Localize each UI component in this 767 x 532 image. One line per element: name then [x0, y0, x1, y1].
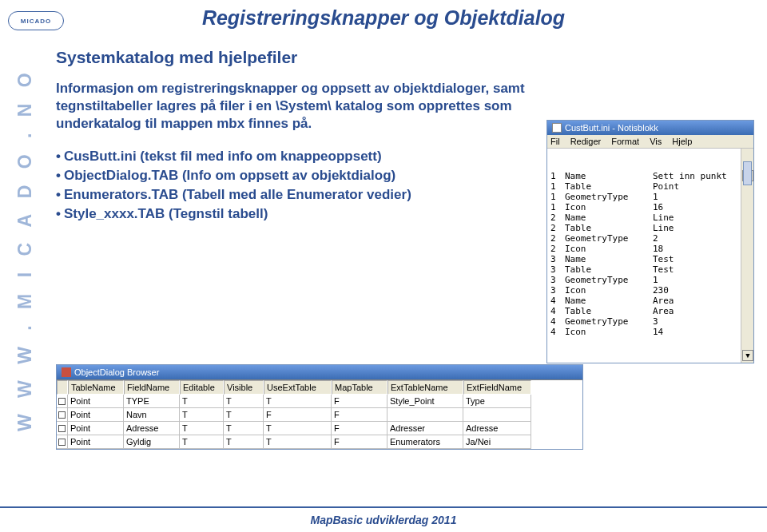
grid-cell[interactable]: T	[180, 435, 224, 449]
notepad-line: 4TableArea	[550, 306, 750, 316]
grid-cell[interactable]: T	[224, 435, 264, 449]
grid-cell[interactable]: T	[180, 422, 224, 435]
grid-corner	[57, 380, 68, 395]
column-header[interactable]: TableName	[68, 380, 124, 395]
grid-cell[interactable]: T	[180, 395, 224, 408]
grid-cell[interactable]: F	[332, 435, 387, 449]
grid-cell[interactable]: Point	[68, 435, 124, 449]
scroll-thumb[interactable]	[743, 161, 752, 185]
checkbox-icon[interactable]	[58, 425, 66, 432]
column-header[interactable]: ExtFieldName	[463, 380, 531, 395]
row-selector[interactable]	[57, 435, 68, 449]
notepad-line: 1GeometryType1	[550, 192, 750, 202]
notepad-window: CustButt.ini - Notisblokk Fil Rediger Fo…	[546, 120, 754, 363]
grid-cell[interactable]: T	[224, 408, 264, 422]
column-header[interactable]: MapTable	[332, 380, 387, 395]
notepad-title-text: CustButt.ini - Notisblokk	[565, 123, 658, 133]
grid-cell[interactable]: Adresse	[124, 422, 180, 435]
grid-cell[interactable]: T	[264, 395, 332, 408]
notepad-line: 2NameLine	[550, 212, 750, 223]
menu-help[interactable]: Hjelp	[672, 137, 692, 146]
column-header[interactable]: FieldName	[124, 380, 180, 395]
column-header[interactable]: UseExtTable	[264, 380, 332, 395]
grid-cell[interactable]: T	[224, 395, 264, 408]
notepad-line: 2TableLine	[550, 223, 750, 233]
grid-cell[interactable]: Point	[68, 422, 124, 435]
checkbox-icon[interactable]	[58, 439, 66, 446]
grid-cell[interactable]: T	[264, 422, 332, 435]
grid-cell[interactable]: Enumerators	[387, 435, 463, 449]
grid-cell[interactable]: F	[332, 408, 387, 422]
notepad-line: 1Icon16	[550, 202, 750, 212]
grid-cell[interactable]: Ja/Nei	[463, 435, 531, 449]
notepad-line: 4GeometryType3	[550, 316, 750, 327]
grid-cell[interactable]: Adresse	[463, 422, 531, 435]
grid-cell[interactable]: F	[332, 422, 387, 435]
menu-view[interactable]: Vis	[650, 137, 662, 146]
side-brand-text: W W W . M I C A D O . N O	[14, 67, 36, 431]
browser-grid: TableNameFieldNameEditableVisibleUseExtT…	[57, 379, 582, 449]
menu-format[interactable]: Format	[611, 137, 639, 146]
grid-cell[interactable]	[463, 408, 531, 422]
grid-cell[interactable]: TYPE	[124, 395, 180, 408]
objectdialog-browser: ObjectDialog Browser TableNameFieldNameE…	[56, 364, 583, 450]
column-header[interactable]: Editable	[180, 380, 224, 395]
footer-text: MapBasic udviklerdag 2011	[311, 514, 457, 526]
notepad-line: 4NameArea	[550, 296, 750, 306]
menu-file[interactable]: Fil	[550, 137, 560, 146]
grid-cell[interactable]: T	[224, 422, 264, 435]
row-selector[interactable]	[57, 408, 68, 422]
grid-cell[interactable]: T	[264, 435, 332, 449]
notepad-menu: Fil Rediger Format Vis Hjelp	[547, 135, 753, 149]
notepad-line: 3NameTest	[550, 254, 750, 264]
footer-bar: MapBasic udviklerdag 2011	[0, 506, 767, 532]
checkbox-icon[interactable]	[58, 398, 66, 405]
column-header[interactable]: ExtTableName	[387, 380, 463, 395]
grid-cell[interactable]	[387, 408, 463, 422]
browser-title-text: ObjectDialog Browser	[74, 367, 159, 377]
notepad-line: 3GeometryType1	[550, 275, 750, 285]
column-header[interactable]: Visible	[224, 380, 264, 395]
subtitle: Systemkatalog med hjelpefiler	[56, 48, 751, 67]
grid-cell[interactable]: Adresser	[387, 422, 463, 435]
scrollbar[interactable]: ▲ ▼	[741, 149, 753, 363]
grid-cell[interactable]: Navn	[124, 408, 180, 422]
notepad-line: 3TableTest	[550, 264, 750, 275]
grid-cell[interactable]: Point	[68, 395, 124, 408]
notepad-line: 2Icon18	[550, 244, 750, 254]
grid-cell[interactable]: Type	[463, 395, 531, 408]
checkbox-icon[interactable]	[58, 411, 66, 419]
grid-cell[interactable]: T	[180, 408, 224, 422]
browser-icon	[62, 367, 71, 377]
row-selector[interactable]	[57, 422, 68, 435]
grid-cell[interactable]: Point	[68, 408, 124, 422]
notepad-line: 2GeometryType2	[550, 233, 750, 244]
notepad-line: 1NameSett inn punkt	[550, 171, 750, 181]
scroll-down-icon[interactable]: ▼	[742, 350, 753, 361]
notepad-icon	[552, 123, 562, 133]
grid-cell[interactable]: F	[264, 408, 332, 422]
notepad-line: 1TablePoint	[550, 181, 750, 192]
notepad-line: 3Icon230	[550, 285, 750, 296]
grid-cell[interactable]: Style_Point	[387, 395, 463, 408]
notepad-line: 4Icon14	[550, 327, 750, 337]
grid-cell[interactable]: Gyldig	[124, 435, 180, 449]
browser-titlebar[interactable]: ObjectDialog Browser	[57, 365, 582, 379]
slide-title: Registreringsknapper og Objektdialog	[0, 6, 767, 30]
notepad-body[interactable]: 1NameSett inn punkt1TablePoint1GeometryT…	[547, 149, 753, 363]
grid-cell[interactable]: F	[332, 395, 387, 408]
notepad-titlebar[interactable]: CustButt.ini - Notisblokk	[547, 121, 753, 135]
row-selector[interactable]	[57, 395, 68, 408]
paragraph-text: Informasjon om registreringsknapper og o…	[56, 80, 551, 133]
menu-edit[interactable]: Rediger	[570, 137, 602, 146]
